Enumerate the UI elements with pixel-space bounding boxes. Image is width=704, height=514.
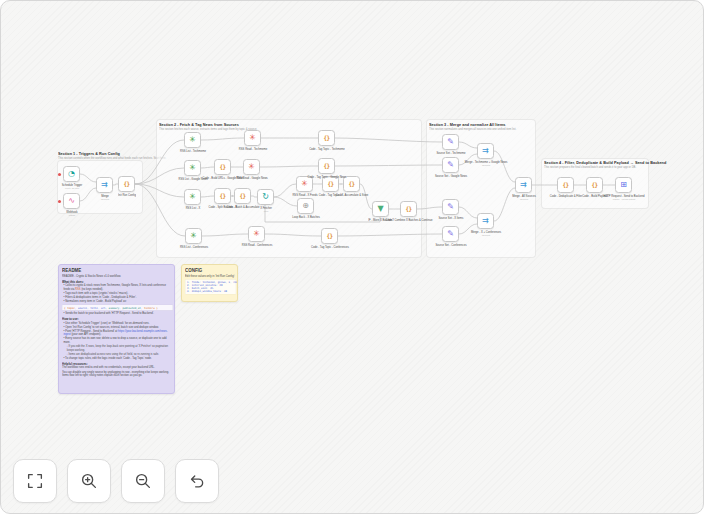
zoom-in-button[interactable] — [67, 459, 111, 503]
undo-button[interactable] — [175, 459, 219, 503]
note-text: Items are deduplicated across runs using… — [67, 352, 173, 356]
workflow-canvas[interactable]: Section 1 - Triggers & Run ConfigThis se… — [1, 1, 703, 513]
note-text: 1. feeds: techmeme, gnews, x, conf2. int… — [185, 279, 236, 294]
note-text: Open 'Init Run Config' to set sources, i… — [63, 326, 173, 330]
note-text: Filters & deduplicates items in 'Code - … — [63, 296, 173, 300]
sticky-note-readme[interactable]: READMEREADME - Crypto & Stocks News v1.0… — [58, 264, 175, 394]
zoom-in-icon — [79, 471, 99, 491]
note-text: Collects crypto & stock news from Techme… — [63, 284, 173, 291]
note-text: Point 'HTTP Request - Send to Backend' a… — [63, 330, 173, 337]
note-title: README — [62, 268, 173, 273]
note-text: Use either 'Schedule Trigger' (cron) or … — [63, 322, 173, 326]
note-text: To change topic rules, edit the logic in… — [63, 356, 173, 360]
note-text: Sends the batch to your backend with 'HT… — [63, 312, 173, 316]
note-text: How to use: — [62, 317, 173, 320]
zoom-to-fit-icon — [25, 471, 45, 491]
note-text: If you edit the X rows, keep the loop-ba… — [67, 345, 173, 352]
note-text: Edit these values only in 'Init Run Conf… — [185, 275, 236, 279]
note-title: CONFIG — [185, 268, 236, 273]
note-text: Tags each item with a topic (crypto / st… — [63, 292, 173, 296]
note-text: README - Crypto & Stocks News v1.0 workf… — [62, 275, 173, 279]
canvas-controls — [13, 459, 219, 503]
note-text: The workflow runs end-to-end with no cre… — [62, 366, 173, 370]
notes-layer: READMEREADME - Crypto & Stocks News v1.0… — [1, 1, 703, 513]
note-text: You can disable any single source by unp… — [62, 370, 173, 377]
note-text: Every source has its own row; delete a r… — [63, 337, 173, 344]
zoom-out-button[interactable] — [121, 459, 165, 503]
sticky-note-config[interactable]: CONFIGEdit these values only in 'Init Ru… — [181, 264, 238, 302]
sticky-note-content: CONFIGEdit these values only in 'Init Ru… — [182, 265, 238, 298]
note-text: { topic, source, title, url, summary, pu… — [62, 305, 173, 311]
sticky-note-content: READMEREADME - Crypto & Stocks News v1.0… — [59, 265, 175, 381]
note-text: What this does: — [62, 280, 173, 283]
zoom-to-fit-button[interactable] — [13, 459, 57, 503]
note-text: Helpful resources: — [62, 362, 173, 365]
undo-icon — [187, 471, 207, 491]
note-text: Normalizes every item in 'Code - Build P… — [63, 300, 173, 304]
zoom-out-icon — [133, 471, 153, 491]
workflow-editor-window: Section 1 - Triggers & Run ConfigThis se… — [0, 0, 704, 514]
